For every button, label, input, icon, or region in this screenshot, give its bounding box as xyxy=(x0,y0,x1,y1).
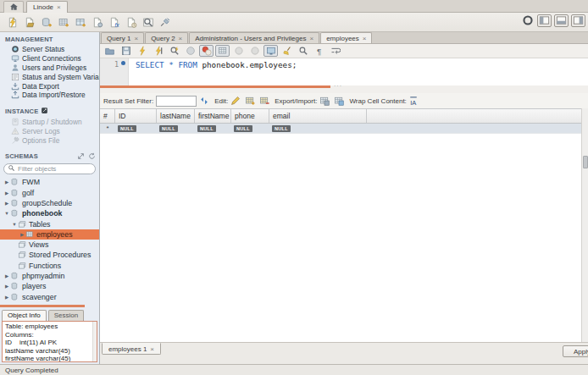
grid-cell-lastname[interactable]: NULL xyxy=(157,124,195,133)
new-event-icon[interactable] xyxy=(123,14,139,30)
stop-on-error-icon[interactable] xyxy=(199,45,214,57)
toggle-sidebar-icon[interactable] xyxy=(537,14,552,27)
tree-item-functions[interactable]: Functions xyxy=(0,261,99,271)
chevron-right-icon[interactable]: ▶ xyxy=(19,232,25,237)
new-table-icon[interactable] xyxy=(55,14,71,30)
scrollbar-thumb[interactable] xyxy=(583,156,588,168)
new-procedure-icon[interactable] xyxy=(89,14,105,30)
tab-session[interactable]: Session xyxy=(48,310,84,321)
splitter-handle-icon[interactable]: ··· xyxy=(334,83,342,89)
close-icon[interactable]: × xyxy=(309,35,313,42)
toggle-output-icon[interactable] xyxy=(554,14,569,27)
tree-item-groupschedule[interactable]: ▶groupSchedule xyxy=(0,198,99,208)
close-icon[interactable]: × xyxy=(150,345,154,353)
sidebar-item-options-file[interactable]: Options File xyxy=(0,135,99,145)
rollback-icon[interactable] xyxy=(247,45,262,57)
grid-cell-email[interactable]: NULL xyxy=(269,124,367,133)
autocommit-icon[interactable] xyxy=(263,45,278,57)
execute-current-icon[interactable] xyxy=(151,45,165,57)
tree-item-phonebook[interactable]: ▼phonebook xyxy=(0,208,99,218)
sidebar-item-server-status[interactable]: Server Status xyxy=(0,45,99,54)
grid-cell-id[interactable]: NULL xyxy=(115,124,157,133)
wrap-text-icon[interactable] xyxy=(328,45,342,57)
apply-button[interactable]: Apply xyxy=(563,345,588,357)
connection-tab[interactable]: Linode × xyxy=(26,1,68,13)
chevron-right-icon[interactable]: ▶ xyxy=(3,190,10,196)
chevron-right-icon[interactable]: ▶ xyxy=(3,273,10,278)
new-schema-icon[interactable] xyxy=(38,14,54,30)
beautify-icon[interactable] xyxy=(280,45,294,57)
chevron-down-icon[interactable]: ▼ xyxy=(11,222,18,227)
result-set-tab[interactable]: employees 1 × xyxy=(102,343,161,355)
find-icon[interactable] xyxy=(296,45,310,57)
reconnect-dbms-icon[interactable] xyxy=(157,14,173,30)
grid-cell-firstname[interactable]: NULL xyxy=(195,124,231,133)
object-info-scrollbar[interactable] xyxy=(92,322,97,361)
result-grid-body[interactable] xyxy=(100,134,581,342)
close-icon[interactable]: × xyxy=(57,3,61,11)
export-recordset-icon[interactable] xyxy=(318,95,330,107)
column-header-firstname[interactable]: firstName xyxy=(195,109,231,123)
tree-item-golf[interactable]: ▶golf xyxy=(0,187,99,197)
delete-row-icon[interactable] xyxy=(258,95,270,107)
query-tab-query-1[interactable]: Query 1× xyxy=(101,32,144,43)
chevron-down-icon[interactable]: ▼ xyxy=(3,211,10,216)
sidebar-item-status-and-system-variables[interactable]: Status and System Variables xyxy=(0,72,99,81)
column-header-id[interactable]: ID xyxy=(115,109,157,123)
sql-code-editor[interactable]: 1 SELECT * FROM phonebook.employees; xyxy=(100,58,588,85)
save-icon[interactable] xyxy=(119,45,133,57)
tree-item-employees[interactable]: ▶employees xyxy=(0,229,99,240)
schema-filter-input[interactable] xyxy=(18,165,86,173)
home-tab[interactable] xyxy=(3,1,24,13)
chevron-right-icon[interactable]: ▶ xyxy=(3,179,10,185)
new-sql-tab-icon[interactable] xyxy=(4,14,20,30)
open-sql-script-icon[interactable] xyxy=(21,14,37,30)
tab-object-info[interactable]: Object Info xyxy=(2,310,47,321)
column-header-row-number[interactable]: # xyxy=(100,109,115,123)
new-function-icon[interactable]: fx xyxy=(106,14,122,30)
query-tab-query-2[interactable]: Query 2× xyxy=(145,32,188,43)
close-icon[interactable]: × xyxy=(134,35,138,42)
stop-icon[interactable] xyxy=(183,45,197,57)
tree-item-scavenger[interactable]: ▶scavenger xyxy=(0,291,99,301)
column-header-lastname[interactable]: lastName xyxy=(157,109,195,123)
tree-item-tables[interactable]: ▼Tables xyxy=(0,218,99,229)
column-header-email[interactable]: email xyxy=(269,109,367,123)
tree-item-phpmyadmin[interactable]: ▶phpmyadmin xyxy=(0,271,99,281)
tree-item-stored-procedures[interactable]: Stored Procedures xyxy=(0,250,99,260)
refresh-icon[interactable] xyxy=(88,152,96,160)
query-tab-administration-users-and-privileges[interactable]: Administration - Users and Privileges× xyxy=(189,32,319,43)
dashboard-icon[interactable] xyxy=(521,14,535,27)
import-records-icon[interactable] xyxy=(332,95,345,107)
editor-results-splitter[interactable] xyxy=(100,85,330,88)
result-grid-scrollbar[interactable] xyxy=(581,108,588,342)
tree-item-players[interactable]: ▶players xyxy=(0,281,99,291)
query-tab-employees[interactable]: employees× xyxy=(320,32,372,43)
sidebar-item-client-connections[interactable]: Client Connections xyxy=(0,54,99,63)
explain-icon[interactable] xyxy=(167,45,181,57)
invisibles-icon[interactable]: ¶ xyxy=(312,45,326,57)
column-header-phone[interactable]: phone xyxy=(231,109,269,123)
chevron-right-icon[interactable]: ▶ xyxy=(3,201,10,206)
sidebar-item-server-logs[interactable]: Server Logs xyxy=(0,127,99,136)
wrap-content-icon[interactable]: IA xyxy=(408,95,420,107)
close-icon[interactable]: × xyxy=(363,35,367,42)
sidebar-item-data-export[interactable]: Data Export xyxy=(0,81,99,91)
sidebar-item-users-and-privileges[interactable]: Users and Privileges xyxy=(0,63,99,73)
commit-icon[interactable] xyxy=(231,45,246,57)
add-row-icon[interactable] xyxy=(243,95,256,107)
open-file-icon[interactable] xyxy=(103,45,117,57)
refresh-results-icon[interactable] xyxy=(197,95,210,107)
sidebar-item-startup-shutdown[interactable]: Startup / Shutdown xyxy=(0,118,99,127)
tree-item-fwm[interactable]: ▶FWM xyxy=(0,177,99,187)
edit-record-icon[interactable] xyxy=(229,95,241,107)
row-marker-cell[interactable]: * xyxy=(100,124,115,133)
result-filter-input[interactable] xyxy=(156,96,197,107)
sidebar-item-data-import-restore[interactable]: Data Import/Restore xyxy=(0,91,99,100)
limit-rows-icon[interactable] xyxy=(215,45,230,57)
chevron-right-icon[interactable]: ▶ xyxy=(3,295,10,300)
toggle-secondary-sidebar-icon[interactable] xyxy=(571,14,585,27)
expand-panel-icon[interactable] xyxy=(77,152,85,160)
new-view-icon[interactable] xyxy=(72,14,88,30)
sidebar-splitter[interactable] xyxy=(0,305,85,307)
